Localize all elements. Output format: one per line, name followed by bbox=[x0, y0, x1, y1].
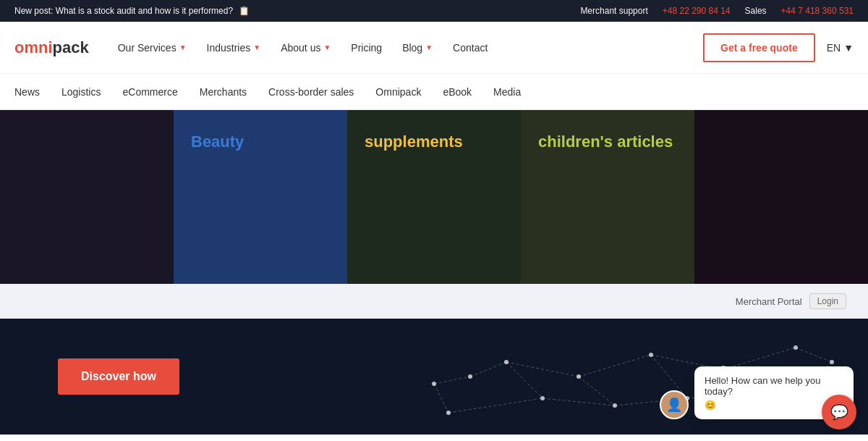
svg-line-16 bbox=[448, 398, 542, 413]
svg-line-8 bbox=[542, 398, 615, 406]
merchant-support-label: Merchant support bbox=[580, 6, 647, 16]
nav-right-actions: Get a free quote EN ▼ bbox=[703, 33, 854, 62]
svg-point-25 bbox=[540, 396, 545, 400]
svg-point-26 bbox=[468, 374, 472, 379]
chat-agent-avatar: 👤 bbox=[660, 390, 689, 419]
secondary-nav-omnipack[interactable]: Omnipack bbox=[375, 76, 421, 108]
logo[interactable]: omnipack bbox=[14, 38, 89, 57]
svg-point-19 bbox=[649, 353, 653, 357]
merchant-portal-label: Merchant Portal bbox=[736, 296, 802, 307]
svg-point-29 bbox=[830, 360, 834, 364]
nav-contact[interactable]: Contact bbox=[453, 42, 488, 54]
card-supplements[interactable]: supplements bbox=[347, 110, 521, 284]
svg-line-0 bbox=[506, 362, 579, 377]
nav-pricing[interactable]: Pricing bbox=[351, 42, 382, 54]
svg-point-30 bbox=[446, 411, 451, 415]
merchant-portal-inner: Merchant Portal Login bbox=[736, 293, 846, 309]
secondary-nav-merchants[interactable]: Merchants bbox=[200, 76, 247, 108]
chevron-down-icon: ▼ bbox=[179, 43, 187, 51]
logo-omni: omni bbox=[14, 38, 53, 56]
secondary-nav-ecommerce[interactable]: eCommerce bbox=[122, 76, 177, 108]
stats-bar: Specialists in eCommerce fulfilment 99.9… bbox=[0, 434, 868, 441]
chevron-down-icon: ▼ bbox=[323, 43, 331, 51]
svg-line-12 bbox=[796, 348, 832, 362]
svg-point-27 bbox=[432, 382, 436, 386]
card-beauty-label: Beauty bbox=[191, 132, 244, 153]
main-navigation: omnipack Our Services ▼ Industries ▼ Abo… bbox=[0, 22, 868, 74]
svg-point-18 bbox=[576, 374, 581, 379]
top-announcement-bar: New post: What is a stock audit and how … bbox=[0, 0, 868, 22]
svg-point-21 bbox=[793, 345, 798, 350]
merchant-portal-bar: Merchant Portal Login bbox=[0, 284, 868, 319]
svg-line-15 bbox=[434, 384, 448, 413]
secondary-nav-media[interactable]: Media bbox=[493, 76, 521, 108]
merchant-login-button[interactable]: Login bbox=[809, 293, 846, 309]
svg-point-17 bbox=[504, 360, 509, 364]
chevron-down-icon: ▼ bbox=[253, 43, 260, 51]
logo-pack: pack bbox=[53, 38, 89, 56]
language-selector[interactable]: EN ▼ bbox=[827, 42, 854, 54]
card-supplements-label: supplements bbox=[365, 132, 463, 153]
card-5[interactable] bbox=[694, 110, 868, 284]
nav-our-services[interactable]: Our Services ▼ bbox=[118, 42, 187, 54]
discover-how-button[interactable]: Discover how bbox=[58, 358, 179, 395]
industry-cards: Beauty supplements children's articles bbox=[0, 110, 868, 284]
announcement-text: New post: What is a stock audit and how … bbox=[14, 6, 233, 16]
chevron-down-icon: ▼ bbox=[843, 42, 854, 54]
contact-info: Merchant support +48 22 290 84 14 Sales … bbox=[580, 6, 854, 16]
nav-blog[interactable]: Blog ▼ bbox=[402, 42, 433, 54]
nav-about-us[interactable]: About us ▼ bbox=[281, 42, 331, 54]
secondary-nav-news[interactable]: News bbox=[14, 76, 40, 108]
get-free-quote-button[interactable]: Get a free quote bbox=[703, 33, 815, 62]
svg-line-4 bbox=[579, 377, 615, 406]
chevron-down-icon: ▼ bbox=[425, 43, 433, 51]
merchant-phone[interactable]: +48 22 290 84 14 bbox=[663, 6, 731, 16]
svg-line-10 bbox=[470, 362, 506, 377]
chat-open-button[interactable]: 💬 bbox=[822, 395, 856, 429]
svg-line-14 bbox=[434, 377, 470, 384]
announcement: New post: What is a stock audit and how … bbox=[14, 6, 250, 16]
secondary-nav-logistics[interactable]: Logistics bbox=[61, 76, 101, 108]
card-children-label: children's articles bbox=[538, 132, 673, 153]
svg-line-7 bbox=[506, 362, 542, 398]
secondary-nav-ebook[interactable]: eBook bbox=[443, 76, 472, 108]
svg-point-22 bbox=[613, 403, 617, 408]
sales-phone[interactable]: +44 7 418 360 531 bbox=[781, 6, 854, 16]
chat-widget: 👤 Hello! How can we help you today? 😊 💬 bbox=[660, 366, 854, 419]
card-beauty[interactable]: Beauty bbox=[174, 110, 347, 284]
card-1[interactable] bbox=[0, 110, 174, 284]
svg-line-1 bbox=[579, 355, 651, 377]
secondary-nav-cross-border[interactable]: Cross-border sales bbox=[268, 76, 354, 108]
nav-industries[interactable]: Industries ▼ bbox=[207, 42, 261, 54]
nav-links: Our Services ▼ Industries ▼ About us ▼ P… bbox=[118, 42, 703, 54]
card-children[interactable]: children's articles bbox=[521, 110, 694, 284]
secondary-navigation: News Logistics eCommerce Merchants Cross… bbox=[0, 74, 868, 110]
chat-message: Hello! How can we help you today? bbox=[705, 375, 843, 397]
announcement-icon: 📋 bbox=[239, 6, 250, 16]
sales-label: Sales bbox=[745, 6, 767, 16]
